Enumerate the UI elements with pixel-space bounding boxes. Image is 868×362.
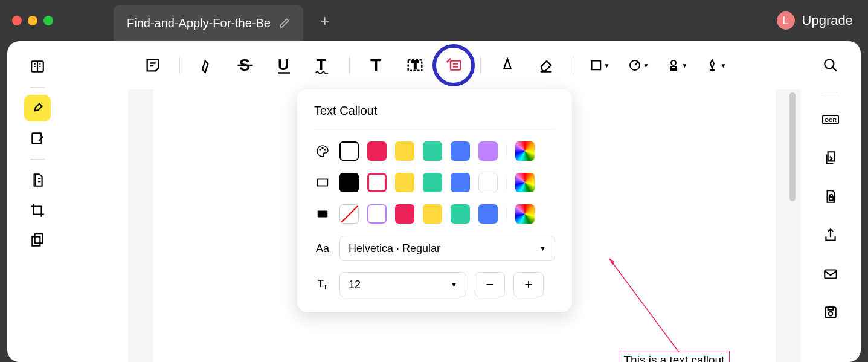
text-box-button[interactable]: T	[403, 53, 427, 77]
text-color-row	[314, 141, 555, 161]
border-color-picker-button[interactable]	[515, 173, 535, 192]
new-tab-button[interactable]: +	[320, 11, 329, 30]
border-icon	[314, 176, 331, 189]
squiggly-underline-button[interactable]: T	[310, 53, 335, 77]
underline-button[interactable]: U	[272, 53, 296, 77]
fill-color-row	[314, 204, 555, 224]
text-size-icon: TT	[314, 279, 331, 291]
avatar[interactable]: L	[777, 11, 795, 30]
svg-marker-21	[609, 259, 614, 265]
color-picker-button[interactable]	[515, 141, 535, 161]
border-swatch-red-selected[interactable]	[367, 173, 387, 192]
text-callout-button[interactable]	[442, 53, 466, 77]
stamp-tool-dropdown[interactable]: ▼	[665, 53, 689, 77]
svg-point-18	[671, 60, 676, 65]
border-swatch-blue[interactable]	[451, 173, 470, 192]
svg-point-27	[825, 59, 834, 68]
svg-text:T: T	[370, 56, 381, 74]
sign-tool-button[interactable]	[24, 125, 51, 152]
save-button[interactable]	[818, 300, 843, 325]
font-row: Aa Helvetica · Regular ▼	[314, 236, 555, 261]
svg-point-23	[322, 147, 323, 149]
highlighter-tool-button[interactable]	[24, 95, 51, 121]
svg-rect-32	[825, 270, 837, 279]
top-toolbar: S U T T T ▼ ▼	[68, 41, 800, 89]
border-color-row	[314, 173, 555, 192]
ocr-button[interactable]: OCR	[818, 107, 843, 131]
fill-swatch-yellow[interactable]	[423, 204, 442, 224]
callout-arrow-line	[606, 256, 685, 358]
reader-mode-button[interactable]	[24, 53, 51, 80]
border-swatch-yellow[interactable]	[395, 173, 414, 192]
fill-swatch-red[interactable]	[395, 204, 414, 224]
pencil-icon	[279, 18, 290, 28]
chevron-down-icon: ▼	[721, 62, 727, 69]
font-size-select[interactable]: 12 ▼	[339, 272, 466, 297]
left-sidebar	[7, 41, 68, 362]
chevron-down-icon: ▼	[451, 281, 457, 288]
text-callout-box[interactable]: This is a text callout	[619, 351, 730, 362]
color-swatch-purple[interactable]	[478, 141, 498, 161]
color-swatch-black[interactable]	[339, 141, 359, 161]
svg-rect-35	[828, 307, 834, 309]
border-swatch-black[interactable]	[339, 173, 359, 192]
fill-swatch-teal[interactable]	[451, 204, 470, 224]
svg-line-28	[832, 67, 837, 71]
fill-icon	[314, 207, 331, 221]
fill-color-picker-button[interactable]	[515, 204, 535, 224]
svg-rect-2	[32, 237, 40, 246]
share-button[interactable]	[818, 223, 843, 247]
color-swatch-blue[interactable]	[451, 141, 470, 161]
shape-tool-dropdown[interactable]: ▼	[588, 53, 612, 77]
fill-swatch-none[interactable]	[339, 204, 359, 224]
svg-rect-26	[318, 211, 328, 218]
line-tool-dropdown[interactable]: ▼	[626, 53, 651, 77]
lock-button[interactable]	[818, 184, 843, 208]
app-body: S U T T T ▼ ▼	[7, 41, 861, 362]
svg-point-24	[324, 149, 326, 150]
border-swatch-white[interactable]	[478, 173, 498, 192]
scrollbar[interactable]	[789, 92, 796, 201]
maximize-window-button[interactable]	[43, 16, 53, 25]
note-tool-button[interactable]	[141, 53, 165, 77]
svg-point-22	[320, 149, 321, 150]
color-swatch-yellow[interactable]	[395, 141, 414, 161]
svg-point-34	[829, 312, 833, 316]
font-family-select[interactable]: Helvetica · Regular ▼	[339, 236, 555, 261]
increase-size-button[interactable]: +	[513, 272, 544, 297]
chevron-down-icon: ▼	[539, 245, 546, 252]
pages-button[interactable]	[24, 227, 51, 254]
email-button[interactable]	[818, 262, 843, 286]
color-swatch-teal[interactable]	[423, 141, 442, 161]
callout-properties-popup: Text Callout	[297, 89, 572, 312]
fill-form-button[interactable]	[24, 167, 51, 193]
svg-line-20	[609, 259, 679, 352]
fill-swatch-transparent[interactable]	[367, 204, 387, 224]
minimize-window-button[interactable]	[28, 16, 37, 25]
tab-title: Find-and-Apply-For-the-Be	[127, 16, 271, 30]
crop-tool-button[interactable]	[24, 197, 51, 224]
text-tool-button[interactable]: T	[364, 53, 388, 77]
upgrade-button[interactable]: Upgrade	[802, 13, 853, 28]
svg-text:OCR: OCR	[825, 117, 837, 123]
convert-button[interactable]	[818, 146, 843, 170]
search-button[interactable]	[818, 53, 843, 77]
close-window-button[interactable]	[12, 16, 22, 25]
highlight-text-button[interactable]	[194, 53, 219, 77]
svg-text:U: U	[278, 56, 289, 73]
strikethrough-button[interactable]: S	[233, 53, 257, 77]
fill-swatch-blue[interactable]	[478, 204, 498, 224]
color-swatch-red[interactable]	[367, 141, 387, 161]
traffic-lights	[12, 16, 53, 25]
chevron-down-icon: ▼	[604, 62, 610, 69]
titlebar: Find-and-Apply-For-the-Be + L Upgrade	[0, 0, 868, 41]
svg-rect-31	[829, 197, 834, 200]
document-tab[interactable]: Find-and-Apply-For-the-Be	[114, 5, 303, 41]
decrease-size-button[interactable]: −	[475, 272, 505, 297]
eraser-tool-button[interactable]	[534, 53, 558, 77]
svg-rect-3	[35, 234, 43, 243]
right-sidebar: OCR	[800, 41, 861, 362]
pen-tool-button[interactable]	[495, 53, 519, 77]
signature-tool-dropdown[interactable]: ▼	[704, 53, 728, 77]
border-swatch-teal[interactable]	[423, 173, 442, 192]
